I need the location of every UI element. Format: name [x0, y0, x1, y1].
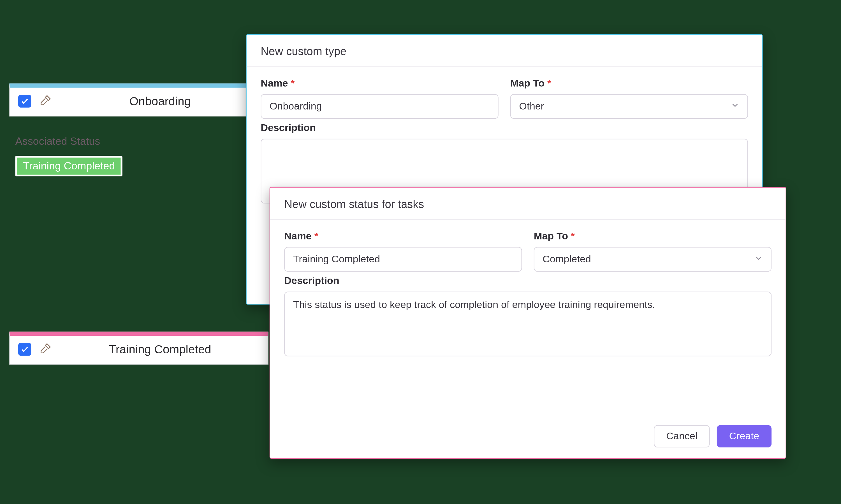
checkbox-icon[interactable] [18, 343, 31, 356]
name-label: Name * [261, 77, 498, 89]
modal-title: New custom type [246, 35, 762, 67]
mapto-select[interactable] [534, 247, 772, 272]
mapto-select[interactable] [510, 94, 748, 119]
required-mark: * [547, 77, 551, 89]
cancel-button[interactable]: Cancel [654, 425, 709, 447]
modal-title: New custom status for tasks [270, 187, 786, 220]
required-mark: * [314, 231, 318, 241]
required-mark: * [571, 231, 575, 241]
required-mark: * [291, 77, 294, 89]
associated-status-label: Associated Status [15, 135, 269, 147]
status-row-title: Training Completed [61, 342, 259, 356]
name-input[interactable] [284, 247, 522, 272]
type-row-onboarding[interactable]: Onboarding [10, 84, 269, 116]
status-chip-training-completed[interactable]: Training Completed [15, 156, 123, 177]
hammer-icon [39, 93, 52, 109]
associated-status-block: Associated Status Training Completed [15, 135, 269, 176]
description-textarea[interactable] [284, 292, 772, 357]
type-row-title: Onboarding [61, 94, 259, 108]
status-row-training-completed[interactable]: Training Completed [10, 331, 269, 364]
hammer-icon [39, 342, 52, 357]
description-label: Description [284, 275, 772, 287]
checkbox-icon[interactable] [18, 95, 31, 108]
modal-new-custom-status: New custom status for tasks Name * Map T… [270, 187, 786, 458]
mapto-label: Map To * [534, 231, 772, 242]
name-input[interactable] [261, 94, 498, 119]
create-button[interactable]: Create [717, 425, 772, 447]
description-label: Description [261, 122, 748, 134]
mapto-label: Map To * [510, 77, 748, 89]
name-label: Name * [284, 231, 522, 242]
